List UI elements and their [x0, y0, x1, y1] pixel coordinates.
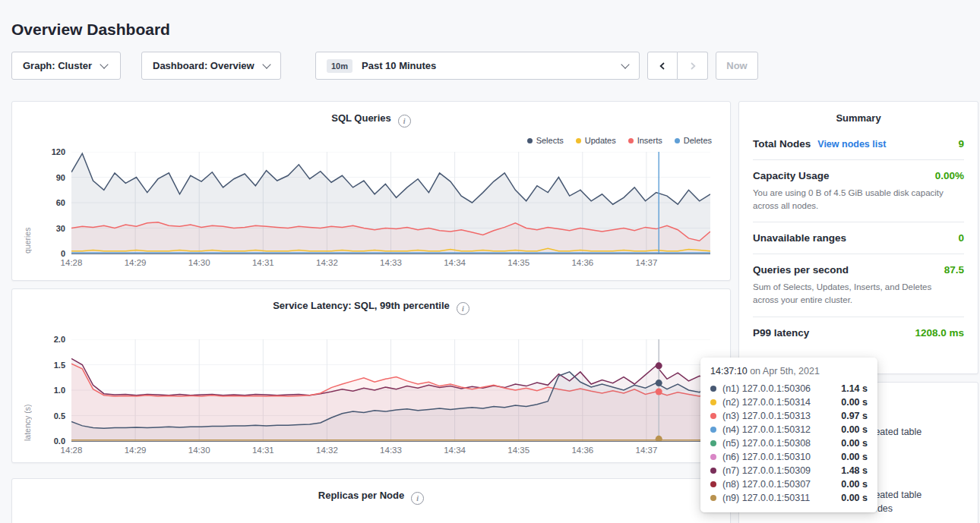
- capacity-caption: You are using 0 B of 4.5 GiB usable disk…: [753, 187, 959, 212]
- y-tick-label: 0.0: [54, 436, 65, 446]
- tooltip-node-label: (n4) 127.0.0.1:50312: [722, 424, 811, 435]
- series-dot: [710, 399, 716, 405]
- time-range-label: Past 10 Minutes: [362, 60, 436, 71]
- tooltip-node-value: 1.48 s: [841, 465, 868, 476]
- dashboard-dropdown[interactable]: Dashboard: Overview: [141, 52, 281, 80]
- now-button[interactable]: Now: [716, 52, 758, 80]
- p99-latency-value: 1208.0 ms: [915, 327, 964, 339]
- tooltip-date: on Apr 5th, 2021: [750, 366, 820, 376]
- qps-caption: Sum of Selects, Updates, Inserts, and De…: [753, 281, 959, 306]
- y-tick-label: 90: [56, 172, 65, 183]
- legend-item[interactable]: Inserts: [628, 136, 662, 145]
- info-icon[interactable]: i: [411, 492, 424, 505]
- x-tick-label: 14:32: [316, 258, 338, 267]
- replicas-chart-panel: Replicas per Nodei: [11, 478, 731, 523]
- tooltip-node-value: 0.97 s: [841, 411, 868, 421]
- sql-queries-title: SQL Queries: [331, 112, 391, 124]
- summary-row-capacity: Capacity Usage 0.00% You are using 0 B o…: [753, 160, 964, 222]
- x-tick-label: 14:35: [507, 446, 530, 455]
- x-tick-label: 14:29: [125, 258, 147, 267]
- summary-row-qps: Queries per second 87.5 Sum of Selects, …: [753, 254, 964, 317]
- overview-dashboard-page: Overview Dashboard Graph: Cluster Dashbo…: [0, 0, 980, 523]
- service-latency-chart-panel: Service Latency: SQL, 99th percentilei l…: [11, 288, 731, 463]
- y-axis-ticks: 2.01.51.00.50.0: [33, 334, 65, 446]
- y-tick-label: 0.5: [54, 411, 65, 421]
- x-tick-label: 14:37: [636, 258, 658, 267]
- dashboard-dropdown-label: Dashboard: Overview: [153, 60, 254, 71]
- tooltip-row: (n9) 127.0.0.1:50311 0.00 s: [710, 491, 868, 505]
- y-axis-ticks: 1209060300: [33, 147, 65, 259]
- series-dot: [710, 440, 716, 446]
- x-tick-label: 14:28: [61, 258, 83, 267]
- tooltip-node-value: 0.00 s: [841, 493, 868, 503]
- tooltip-row: (n2) 127.0.0.1:50314 0.00 s: [710, 395, 868, 409]
- qps-label: Queries per second: [753, 264, 849, 276]
- graph-dropdown[interactable]: Graph: Cluster: [11, 52, 121, 80]
- summary-row-total-nodes: Total Nodes View nodes list 9: [753, 128, 964, 160]
- tooltip-node-label: (n7) 127.0.0.1:50309: [722, 465, 811, 476]
- sql-queries-plot[interactable]: [71, 152, 710, 254]
- tooltip-row: (n8) 127.0.0.1:50307 0.00 s: [710, 477, 868, 491]
- x-tick-label: 14:28: [61, 446, 83, 455]
- chevron-down-icon: [100, 60, 108, 68]
- legend-dot: [576, 138, 581, 143]
- time-next-button[interactable]: [678, 52, 708, 80]
- series-dot: [710, 495, 716, 501]
- legend-item[interactable]: Deletes: [675, 136, 712, 145]
- tooltip-node-value: 0.00 s: [841, 452, 868, 462]
- tooltip-timestamp: 14:37:10 on Apr 5th, 2021: [710, 366, 868, 376]
- tooltip-node-label: (n9) 127.0.0.1:50311: [722, 493, 810, 503]
- service-latency-plot[interactable]: [71, 339, 710, 442]
- x-tick-label: 14:36: [571, 258, 593, 267]
- chevron-left-icon: [657, 61, 668, 71]
- chart-canvas: [71, 339, 710, 441]
- tooltip-node-value: 1.14 s: [841, 383, 868, 394]
- x-tick-label: 14:33: [380, 258, 402, 267]
- summary-body: Total Nodes View nodes list 9 Capacity U…: [739, 128, 978, 348]
- capacity-label: Capacity Usage: [753, 170, 830, 181]
- unavailable-ranges-label: Unavailable ranges: [753, 232, 846, 244]
- summary-row-p99: P99 latency 1208.0 ms: [753, 317, 964, 348]
- graph-dropdown-label: Graph: Cluster: [23, 60, 92, 71]
- x-tick-label: 14:33: [380, 446, 402, 455]
- tooltip-row: (n1) 127.0.0.1:50306 1.14 s: [710, 382, 868, 395]
- view-nodes-list-link[interactable]: View nodes list: [817, 139, 886, 150]
- time-range-selector[interactable]: 10m Past 10 Minutes: [315, 52, 640, 80]
- series-dot: [710, 386, 716, 392]
- legend-label: Inserts: [637, 136, 662, 145]
- series-dot: [710, 413, 716, 419]
- tooltip-time: 14:37:10: [710, 366, 748, 376]
- y-axis-label: queries: [23, 152, 32, 254]
- capacity-value: 0.00%: [935, 170, 964, 181]
- sql-queries-chart-panel: SQL Queriesi SelectsUpdatesInsertsDelete…: [11, 101, 731, 281]
- legend-item[interactable]: Updates: [576, 136, 616, 145]
- page-title: Overview Dashboard: [11, 20, 170, 39]
- series-dot: [710, 481, 716, 487]
- legend-label: Selects: [536, 136, 564, 145]
- legend-label: Deletes: [684, 136, 712, 145]
- chevron-right-icon: [688, 61, 698, 71]
- tooltip-row: (n7) 127.0.0.1:50309 1.48 s: [710, 464, 868, 477]
- tooltip-node-value: 0.00 s: [841, 397, 868, 408]
- service-latency-title: Service Latency: SQL, 99th percentile: [273, 300, 450, 311]
- x-tick-label: 14:34: [444, 446, 466, 455]
- x-tick-label: 14:34: [444, 258, 466, 267]
- time-nav-buttons: [647, 52, 708, 80]
- legend-item[interactable]: Selects: [527, 136, 564, 145]
- chevron-down-icon: [262, 60, 270, 68]
- time-prev-button[interactable]: [647, 52, 678, 80]
- tooltip-node-label: (n8) 127.0.0.1:50307: [722, 479, 811, 490]
- chevron-down-icon: [621, 60, 629, 68]
- x-tick-label: 14:31: [252, 446, 274, 455]
- legend-dot: [675, 138, 680, 143]
- qps-value: 87.5: [944, 264, 964, 276]
- unavailable-ranges-value: 0: [958, 232, 964, 244]
- info-icon[interactable]: i: [398, 115, 411, 128]
- tooltip-row: (n6) 127.0.0.1:50310 0.00 s: [710, 450, 868, 464]
- series-dot: [710, 454, 716, 460]
- tooltip-row: (n4) 127.0.0.1:50312 0.00 s: [710, 423, 868, 436]
- x-tick-label: 14:31: [252, 258, 274, 267]
- tooltip-node-label: (n3) 127.0.0.1:50313: [722, 411, 811, 421]
- info-icon[interactable]: i: [457, 302, 469, 315]
- p99-latency-label: P99 latency: [753, 327, 809, 339]
